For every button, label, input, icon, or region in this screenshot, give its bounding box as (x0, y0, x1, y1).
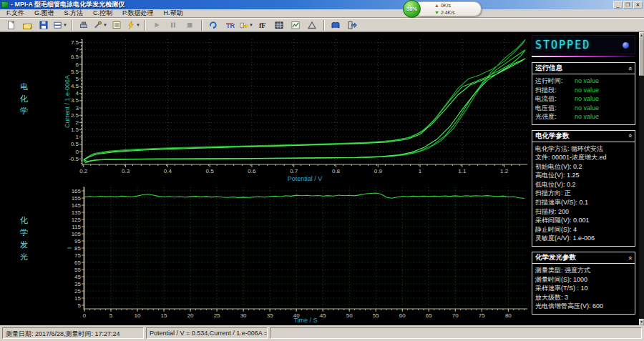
ec-param-row: 采样间隔(V): 0.001 (535, 216, 632, 225)
x-axis-label: Time / S (293, 317, 317, 324)
chart-icon (291, 20, 301, 30)
ec-param-row: 初始电位(V): 0.2 (535, 162, 632, 172)
x-tick-label: 0.6 (248, 168, 256, 174)
collapse-icon[interactable]: « (626, 256, 633, 260)
page-icon (6, 20, 16, 30)
x-tick-label: 0.9 (374, 168, 383, 174)
app-icon (1, 1, 9, 8)
main-chart-area: 0.20.30.40.50.60.70.80.911.11.2-0.500.51… (0, 32, 644, 325)
probe-tool-button[interactable]: ▼ (92, 19, 108, 31)
run-info-label: 电压值: (535, 104, 575, 113)
y-tick-label: 6.5 (71, 54, 79, 60)
data-grid-button[interactable] (271, 19, 287, 31)
list-icon (112, 20, 122, 30)
ec-params-panel-header[interactable]: 电化学参数 « (532, 131, 635, 142)
baseline-button[interactable]: TR (222, 19, 238, 31)
repeat-run-button[interactable] (205, 19, 221, 31)
open-button[interactable] (19, 19, 35, 31)
layout-icon (53, 20, 62, 30)
dropdown-arrow-icon[interactable]: ▼ (136, 23, 140, 27)
menu-item-5[interactable]: H.帮助 (158, 9, 187, 17)
quick-run-button[interactable]: ▼ (125, 19, 141, 31)
download-rate: 2.4K/s (441, 10, 455, 15)
run-info-row: 扫描段:no value (535, 86, 632, 95)
minimize-button[interactable]: _ (613, 1, 623, 9)
menu-item-3[interactable]: C.控制 (88, 9, 117, 17)
dropdown-arrow-icon[interactable]: ▼ (63, 23, 67, 27)
peak-analysis-button[interactable] (304, 19, 320, 31)
chemiluminescence-intensity-series-intensity (84, 193, 525, 199)
x-tick-label: 20 (187, 312, 194, 319)
run-info-value: no value (575, 112, 599, 122)
run-info-row: 光强度:no value (535, 112, 632, 122)
y-tick-label: 165 (72, 188, 82, 194)
run-info-value: no value (575, 104, 599, 113)
x-tick-label: 0 (83, 312, 87, 319)
x-tick-label: 50 (346, 312, 353, 319)
menu-bar: F.文件G.图谱S.方法C.控制P.数据处理H.帮助 (0, 9, 644, 18)
y-tick-label: 0 (76, 149, 79, 155)
scroll-up-icon[interactable]: ▲ (639, 32, 644, 39)
font-button[interactable]: fF (255, 19, 270, 31)
close-button[interactable]: ✕ (633, 1, 643, 9)
cl-params-panel-header[interactable]: 化学发光参数 « (532, 252, 635, 264)
y-tick-label: 145 (72, 202, 82, 209)
toolbar-separator (323, 20, 325, 31)
tr-icon: TR (225, 20, 235, 30)
y-tick-label: 35 (74, 281, 81, 287)
run-info-row: 运行时间:no value (535, 76, 632, 86)
new-button[interactable] (3, 19, 19, 31)
ec-param-row: 扫描速率(V/S): 0.1 (535, 198, 632, 207)
dropdown-arrow-icon[interactable]: ▼ (249, 23, 253, 27)
curve-view-button[interactable] (288, 19, 303, 31)
collapse-icon[interactable]: « (626, 134, 633, 137)
y-tick-label: 155 (72, 195, 82, 202)
stop-button[interactable] (182, 19, 197, 31)
empty-status-cell (270, 327, 642, 339)
instrument-connect-button[interactable] (76, 19, 92, 31)
ec-param-row: 高电位(V): 1.25 (535, 171, 632, 180)
export-button[interactable]: ▼ (238, 19, 254, 31)
ec-params-panel: 电化学参数 « 电化学方法: 循环伏安法文件: 00001-浓度增大.ed初始电… (532, 130, 635, 247)
y-tick-label: 7.5 (71, 39, 79, 46)
collapse-icon[interactable]: « (626, 66, 633, 70)
menu-item-1[interactable]: G.图谱 (29, 9, 59, 17)
window-layout-button[interactable]: ▼ (52, 19, 68, 31)
y-tick-label: 125 (72, 217, 82, 223)
loop-icon (208, 20, 218, 30)
menu-item-2[interactable]: S.方法 (59, 9, 89, 17)
memory-percent: 58% (406, 6, 417, 12)
y-tick-label: 75 (74, 252, 81, 259)
y-tick-label: 45 (74, 274, 81, 280)
start-button[interactable] (149, 19, 165, 31)
sidebar-scrollbar[interactable]: ▲ ▼ (639, 32, 644, 325)
menu-item-4[interactable]: P.数据处理 (117, 9, 158, 17)
scroll-down-icon[interactable]: ▼ (639, 319, 644, 325)
y-tick-label: 15 (74, 295, 81, 302)
x-axis-label: Potential / V (288, 175, 323, 182)
network-speed-widget[interactable]: 58% ▲ 0K/s ▼ 2.4K/s (403, 0, 421, 18)
memory-usage-ball[interactable]: 58% (403, 0, 421, 18)
pause-button[interactable] (165, 19, 181, 31)
run-info-panel-header[interactable]: 运行信息 « (532, 63, 635, 74)
toolbar-separator (145, 20, 146, 31)
run-info-row: 电压值:no value (535, 104, 632, 113)
exit-icon (347, 20, 357, 30)
menu-item-0[interactable]: F.文件 (1, 9, 29, 17)
cl-param-row: 测量时间(S): 1000 (535, 275, 632, 285)
help-book-button[interactable] (328, 19, 343, 31)
restore-button[interactable]: ❐ (623, 1, 633, 9)
scrollbar-thumb[interactable] (639, 39, 644, 76)
y-tick-label: 7 (76, 46, 79, 53)
cyclic-voltammogram-series-cycle-1 (84, 39, 525, 162)
ec-params-panel-title: 电化学参数 (535, 132, 570, 141)
parameter-list-button[interactable] (109, 19, 125, 31)
save-button[interactable] (36, 19, 52, 31)
pause-icon (168, 20, 178, 30)
x-tick-label: 30 (240, 312, 247, 319)
x-tick-label: 80 (505, 312, 512, 319)
exit-button[interactable] (344, 19, 360, 31)
ec-params-panel-body: 电化学方法: 循环伏安法文件: 00001-浓度增大.ed初始电位(V): 0.… (532, 142, 635, 247)
dropdown-arrow-icon[interactable]: ▼ (103, 23, 107, 27)
ec-param-row: 静止时间(S): 4 (535, 225, 632, 234)
